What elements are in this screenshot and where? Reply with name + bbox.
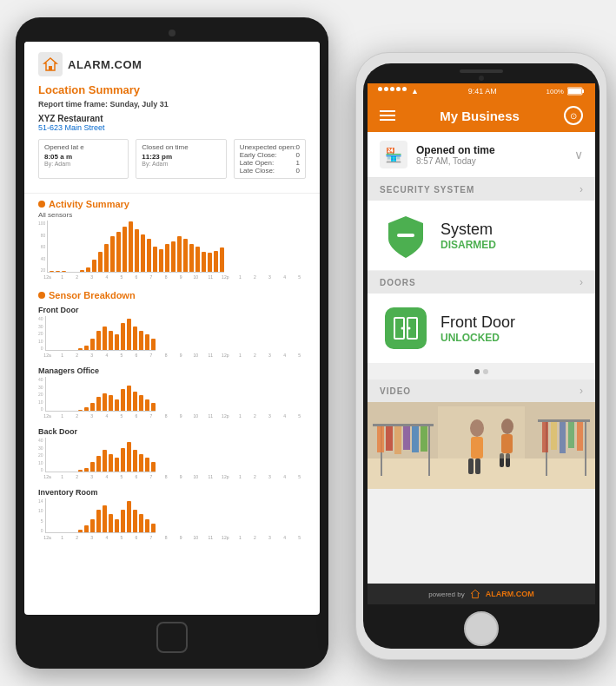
phone-main: 🏪 Opened on time 8:57 AM, Today ∨ SECURI… <box>368 132 595 584</box>
sensor-bar-chart <box>45 377 156 412</box>
svg-rect-35 <box>568 422 574 448</box>
svg-marker-38 <box>471 590 479 597</box>
security-card-title: System <box>440 221 578 239</box>
svg-rect-37 <box>438 406 525 458</box>
activity-bar <box>195 247 200 272</box>
indicator-dot-2 <box>483 369 488 374</box>
sensor-breakdown-title: Sensor Breakdown <box>24 285 320 302</box>
open-banner[interactable]: 🏪 Opened on time 8:57 AM, Today ∨ <box>368 132 595 178</box>
sensor-bar <box>145 399 149 412</box>
activity-bar <box>104 244 109 272</box>
sensor-bar <box>103 327 107 350</box>
activity-bar <box>56 271 60 272</box>
phone-device: ▲ 9:41 AM 100% <box>355 52 607 660</box>
sensor-bar <box>84 525 89 532</box>
activity-bar <box>183 239 188 272</box>
hamburger-icon[interactable] <box>380 110 395 121</box>
sensor-bar <box>84 468 89 472</box>
sensor-bar <box>96 397 101 411</box>
security-section-header[interactable]: SECURITY SYSTEM › <box>368 178 595 201</box>
svg-rect-23 <box>468 458 474 474</box>
settings-icon[interactable]: ⊙ <box>564 106 583 125</box>
stat-closed-sub: By: Adam <box>142 161 220 167</box>
stat-opened-sub: By: Adam <box>44 161 123 167</box>
activity-bar <box>80 270 84 272</box>
sensor-section: Back Door40302010012a123456789101112p123… <box>24 424 320 479</box>
powered-by-text: powered by <box>428 590 464 598</box>
indicator-dot-1 <box>474 369 480 374</box>
activity-bar <box>202 252 206 272</box>
sensor-section: Inventory Room14105012a123456789101112p1… <box>24 485 320 540</box>
activity-bar <box>62 271 66 272</box>
location-address: 51-623 Main Street <box>38 123 306 132</box>
video-section <box>368 402 595 489</box>
security-section-chevron: › <box>580 183 583 195</box>
sensor-bar <box>139 331 143 351</box>
sensor-bar <box>139 454 143 472</box>
phone-home-button[interactable] <box>464 611 499 646</box>
svg-rect-5 <box>397 234 414 237</box>
sensor-bar <box>133 450 137 472</box>
status-time: 9:41 AM <box>468 87 497 96</box>
sensor-bar <box>145 458 149 472</box>
battery-level: 100% <box>546 88 564 96</box>
alarm-logo-text: ALARM.COM <box>68 58 142 71</box>
sensor-bar <box>151 403 156 411</box>
doors-section-header[interactable]: DOORS › <box>368 271 595 294</box>
activity-bar <box>129 221 133 272</box>
activity-x-labels: 12a123456789101112p12345 <box>38 274 306 280</box>
sensor-bar <box>133 327 137 350</box>
video-section-label: VIDEO <box>380 386 411 396</box>
unexpected-open-val: 0 <box>296 143 300 151</box>
sensor-bar <box>115 458 119 472</box>
security-card[interactable]: System DISARMED <box>368 201 595 271</box>
tablet-home-button[interactable] <box>156 622 188 653</box>
sensor-title: Managers Office <box>24 363 320 377</box>
stats-row: Opened lat e 8:05 a m By: Adam Closed on… <box>38 139 306 179</box>
activity-bar-chart <box>47 221 224 273</box>
video-thumbnail[interactable] <box>368 402 595 489</box>
sensor-bar <box>145 519 149 532</box>
sensor-section: Managers Office40302010012a1234567891011… <box>24 363 320 419</box>
unexpected-open-label: Unexpected open: <box>240 143 296 151</box>
video-section-chevron: › <box>580 385 583 397</box>
activity-bar <box>123 227 127 272</box>
phone-screen: ▲ 9:41 AM 100% <box>368 83 595 604</box>
sensor-bar <box>96 456 101 472</box>
sensor-bar-chart <box>45 498 156 533</box>
activity-bar <box>153 247 157 272</box>
sensor-bar-chart <box>45 316 156 351</box>
tablet-device: ALARM.COM Location Summary Report time f… <box>16 17 328 669</box>
sensor-bar <box>151 462 156 472</box>
sensor-bar <box>78 530 83 532</box>
svg-rect-3 <box>582 89 584 93</box>
sensor-bar <box>78 348 83 350</box>
shield-icon <box>385 214 427 256</box>
phone-camera <box>479 76 484 81</box>
late-open-val: 1 <box>296 159 300 167</box>
activity-bar <box>135 229 139 272</box>
phone-inner: ▲ 9:41 AM 100% <box>363 63 599 649</box>
status-right: 100% <box>546 87 585 96</box>
sensor-bar <box>90 519 95 532</box>
early-close-val: 0 <box>296 151 300 159</box>
stat-opened-label: Opened lat e <box>44 143 123 151</box>
open-banner-title: Opened on time <box>416 144 566 156</box>
activity-bar <box>220 247 224 272</box>
sensor-bar <box>115 334 119 350</box>
stat-closed-value: 11:23 pm <box>142 153 220 161</box>
activity-bar <box>177 236 182 272</box>
security-section-label: SECURITY SYSTEM <box>380 185 474 195</box>
sensor-section: Front Door40302010012a123456789101112p12… <box>24 302 320 358</box>
doors-card[interactable]: Front Door UNLOCKED <box>368 294 595 364</box>
tablet-camera <box>169 30 176 36</box>
sensor-bar <box>133 510 137 532</box>
sensor-bar <box>90 339 95 351</box>
stat-opened: Opened lat e 8:05 a m By: Adam <box>38 139 129 179</box>
alarm-house-icon <box>43 56 58 72</box>
status-dots: ▲ <box>378 87 419 96</box>
stat-closed-label: Closed on time <box>142 143 220 151</box>
tablet-header: ALARM.COM Location Summary Report time f… <box>24 42 320 194</box>
video-section-header[interactable]: VIDEO › <box>368 379 595 402</box>
signal-dot-4 <box>396 87 401 91</box>
